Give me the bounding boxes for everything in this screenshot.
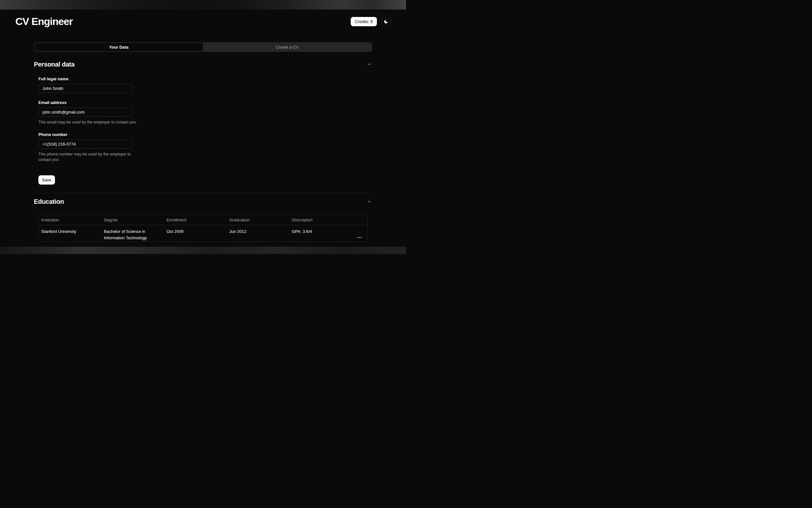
education-table: Institution Degree Enrollment Graduation… [38,214,368,242]
email-input[interactable] [38,108,133,117]
education-section: Education Institution Degree Enrollment … [34,198,372,242]
tab-bar: Your Data Create a CV [34,42,372,52]
cell-description: GPA: 3.6/4 [289,225,352,242]
col-institution: Institution [39,217,101,222]
col-description: Description [289,217,352,222]
credits-button[interactable]: Credits: 9 [351,17,377,26]
main-content: Your Data Create a CV Personal data Full… [34,42,372,242]
col-enrollment: Enrollment [164,217,227,222]
chevron-up-icon [367,62,372,67]
collapse-education-button[interactable] [366,199,372,204]
window-chrome-top-band [0,0,406,10]
cell-degree: Bachelor of Science in Information Techn… [101,225,164,242]
phone-field: Phone number This phone number may be us… [38,132,368,163]
phone-label: Phone number [38,132,368,137]
cell-enrollment: Oct 2009 [164,225,227,242]
full-legal-name-label: Full legal name [38,77,368,82]
moon-icon [384,19,388,24]
section-divider [34,193,372,193]
app-title: CV Engineer [15,16,73,28]
phone-input[interactable] [38,139,133,149]
theme-toggle-button[interactable] [381,17,391,26]
ellipsis-icon[interactable]: ••• [357,236,363,240]
window-chrome-bottom-band [0,246,406,254]
col-degree: Degree [101,217,164,222]
table-row: Stanford University Bachelor of Science … [39,225,367,242]
tab-your-data[interactable]: Your Data [35,43,203,51]
email-field: Email address This email may be used by … [38,100,368,125]
cell-institution: Stanford University [39,225,101,242]
email-label: Email address [38,100,368,105]
phone-helper-text: This phone number may be used by the emp… [38,152,368,163]
collapse-personal-button[interactable] [366,61,372,67]
email-helper-text: This email may be used by the employer t… [38,120,368,125]
chevron-up-icon [367,199,372,204]
header-actions: Credits: 9 [351,17,391,26]
education-table-header: Institution Degree Enrollment Graduation… [39,215,367,225]
education-title: Education [34,198,64,205]
personal-data-section: Personal data Full legal name Email addr… [34,60,372,184]
full-legal-name-field: Full legal name [38,77,368,93]
cell-graduation: Jun 2012 [227,225,289,242]
save-button[interactable]: Save [38,175,55,184]
col-graduation: Graduation [227,217,289,222]
personal-data-title: Personal data [34,60,75,68]
full-legal-name-input[interactable] [38,84,133,93]
tab-create-a-cv[interactable]: Create a CV [203,43,372,51]
